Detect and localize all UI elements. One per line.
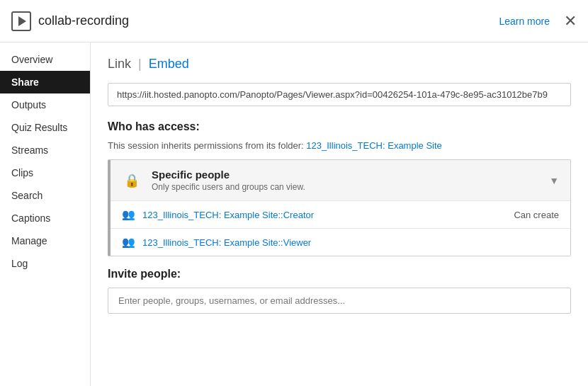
inherit-text: This session inherits permissions from i… xyxy=(108,140,571,151)
access-row: 👥 123_Illinois_TECH: Example Site::Creat… xyxy=(111,200,570,228)
sidebar-item-search[interactable]: Search xyxy=(0,184,90,207)
access-box: 🔒 Specific people Only specific users an… xyxy=(108,159,571,256)
main-content: Link | Embed Who has access: This sessio… xyxy=(91,42,588,386)
chevron-down-icon: ▼ xyxy=(549,175,559,186)
sidebar-item-log[interactable]: Log xyxy=(0,252,90,275)
learn-more-link[interactable]: Learn more xyxy=(499,16,550,27)
access-subtitle: Only specific users and groups can view. xyxy=(152,182,305,192)
sidebar-item-streams[interactable]: Streams xyxy=(0,139,90,161)
header-right: Learn more ✕ xyxy=(499,13,577,29)
group-icon: 👥 xyxy=(122,236,135,249)
sidebar-item-quiz-results[interactable]: Quiz Results xyxy=(0,116,90,139)
layout: Overview Share Outputs Quiz Results Stre… xyxy=(0,42,588,386)
access-viewer-link[interactable]: 123_Illinois_TECH: Example Site::Viewer xyxy=(142,237,552,248)
access-header-left: 🔒 Specific people Only specific users an… xyxy=(122,169,305,192)
recording-title: collab-recording xyxy=(38,13,129,28)
who-has-access-title: Who has access: xyxy=(108,120,571,133)
access-title-block: Specific people Only specific users and … xyxy=(152,169,305,192)
invite-input[interactable] xyxy=(108,288,571,314)
sidebar-item-overview[interactable]: Overview xyxy=(0,48,90,71)
invite-title: Invite people: xyxy=(108,268,571,280)
sidebar-item-clips[interactable]: Clips xyxy=(0,161,90,184)
tab-bar: Link | Embed xyxy=(108,57,571,72)
sidebar-item-outputs[interactable]: Outputs xyxy=(0,93,90,116)
access-creator-link[interactable]: 123_Illinois_TECH: Example Site::Creator xyxy=(142,210,507,220)
sidebar-item-share[interactable]: Share xyxy=(0,71,90,93)
sidebar: Overview Share Outputs Quiz Results Stre… xyxy=(0,42,91,386)
group-icon: 👥 xyxy=(122,208,135,221)
header-left: collab-recording xyxy=(11,11,129,31)
close-button[interactable]: ✕ xyxy=(564,13,577,29)
url-input[interactable] xyxy=(108,83,571,106)
tab-divider: | xyxy=(138,57,142,72)
play-icon xyxy=(11,11,31,31)
access-creator-permission: Can create xyxy=(514,210,559,220)
inherit-folder-link[interactable]: 123_Illinois_TECH: Example Site xyxy=(306,140,441,151)
tab-link[interactable]: Link xyxy=(108,57,131,72)
header: collab-recording Learn more ✕ xyxy=(0,0,588,42)
sidebar-item-captions[interactable]: Captions xyxy=(0,207,90,229)
tab-embed[interactable]: Embed xyxy=(149,57,189,72)
access-row: 👥 123_Illinois_TECH: Example Site::Viewe… xyxy=(111,228,570,256)
play-triangle xyxy=(18,16,26,26)
inherit-prefix: This session inherits permissions from i… xyxy=(108,140,304,151)
access-title: Specific people xyxy=(152,169,305,181)
lock-icon: 🔒 xyxy=(122,171,142,191)
sidebar-item-manage[interactable]: Manage xyxy=(0,229,90,252)
access-header[interactable]: 🔒 Specific people Only specific users an… xyxy=(111,160,570,200)
